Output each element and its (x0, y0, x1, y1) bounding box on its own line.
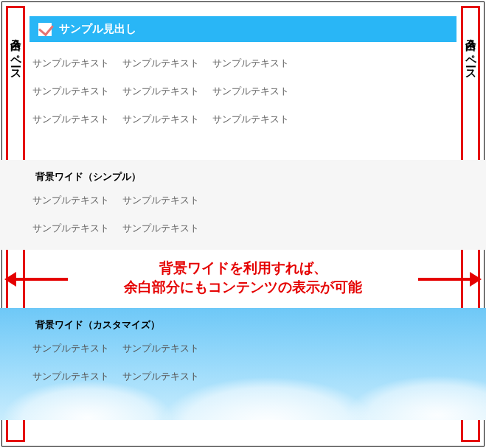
sample-text: サンプルテキスト (122, 113, 199, 126)
sample-row: サンプルテキスト サンプルテキスト サンプルテキスト (32, 77, 454, 105)
callout-line2: 余白部分にもコンテンツの表示が可能 (124, 279, 362, 295)
sample-text: サンプルテキスト (32, 57, 109, 70)
header-title: サンプル見出し (59, 22, 136, 36)
sample-row: サンプルテキスト サンプルテキスト (32, 186, 454, 214)
sample-text: サンプルテキスト (122, 85, 199, 98)
sample-row: サンプルテキスト サンプルテキスト (32, 363, 454, 391)
callout: 背景ワイドを利用すれば、 余白部分にもコンテンツの表示が可能 (0, 250, 486, 308)
sample-row: サンプルテキスト サンプルテキスト サンプルテキスト (32, 49, 454, 77)
sample-text: サンプルテキスト (32, 342, 109, 355)
sample-text: サンプルテキスト (122, 57, 199, 70)
top-section: サンプルテキスト サンプルテキスト サンプルテキスト サンプルテキスト サンプル… (29, 42, 457, 138)
wide-simple-title: 背景ワイド（シンプル） (32, 164, 454, 186)
header-bar: サンプル見出し (29, 16, 457, 42)
arrow-right-icon (418, 272, 482, 287)
callout-line1: 背景ワイドを利用すれば、 (159, 260, 327, 276)
wide-custom-section: 背景ワイド（カスタマイズ） サンプルテキスト サンプルテキスト サンプルテキスト… (0, 308, 486, 420)
sample-row: サンプルテキスト サンプルテキスト (32, 214, 454, 242)
sample-text: サンプルテキスト (32, 85, 109, 98)
sample-text: サンプルテキスト (212, 57, 289, 70)
callout-text: 背景ワイドを利用すれば、 余白部分にもコンテンツの表示が可能 (32, 254, 454, 301)
wide-simple-section: 背景ワイド（シンプル） サンプルテキスト サンプルテキスト サンプルテキスト サ… (0, 160, 486, 250)
checkbox-icon (38, 23, 52, 36)
sample-text: サンプルテキスト (212, 85, 289, 98)
sample-text: サンプルテキスト (32, 113, 109, 126)
sample-text: サンプルテキスト (122, 342, 199, 355)
right-margin-label: 余白スペース (464, 30, 478, 77)
sample-text: サンプルテキスト (122, 222, 199, 235)
sample-text: サンプルテキスト (32, 222, 109, 235)
sample-row: サンプルテキスト サンプルテキスト (32, 335, 454, 363)
sample-text: サンプルテキスト (212, 113, 289, 126)
wide-custom-title: 背景ワイド（カスタマイズ） (32, 312, 454, 335)
sample-text: サンプルテキスト (122, 370, 199, 383)
sample-row: サンプルテキスト サンプルテキスト サンプルテキスト (32, 105, 454, 133)
sample-text: サンプルテキスト (32, 370, 109, 383)
arrow-left-icon (4, 272, 68, 287)
content-column: サンプル見出し サンプルテキスト サンプルテキスト サンプルテキスト サンプルテ… (29, 6, 457, 442)
left-margin-label: 余白スペース (9, 30, 23, 77)
sample-text: サンプルテキスト (122, 194, 199, 207)
sample-text: サンプルテキスト (32, 194, 109, 207)
